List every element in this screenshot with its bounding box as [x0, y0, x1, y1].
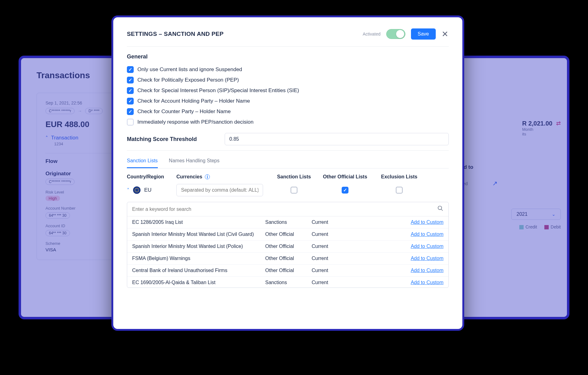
list-row: Spanish Interior Ministry Most Wanted Li…: [127, 241, 448, 253]
th-sanction: Sanction Lists: [272, 174, 316, 180]
list-type: Other Official: [265, 232, 312, 237]
list-type: Other Official: [265, 256, 312, 261]
list-name: Central Bank of Ireland Unauthorised Fir…: [132, 268, 265, 273]
transfer-icon[interactable]: ⇄: [556, 120, 561, 127]
list-status: Current: [312, 256, 358, 261]
th-other: Other Official Lists: [316, 174, 374, 180]
currencies-input[interactable]: [176, 184, 263, 196]
th-currencies: Currencies i: [176, 174, 272, 180]
check-label: Only use Current lists and ignore Suspen…: [137, 66, 242, 73]
activated-toggle[interactable]: [386, 29, 405, 39]
list-name: Spanish Interior Ministry Most Wanted Li…: [132, 244, 265, 249]
list-row: Central Bank of Ireland Unauthorised Fir…: [127, 265, 448, 277]
list-status: Current: [312, 219, 358, 225]
info-icon[interactable]: i: [205, 174, 210, 179]
toggle-knob: [396, 30, 404, 38]
svg-point-0: [438, 206, 442, 210]
threshold-label: Matching Score Threshold: [127, 136, 197, 143]
checkbox[interactable]: [127, 66, 134, 73]
search-icon[interactable]: [437, 205, 443, 213]
account-number-value[interactable]: 64** *** 30: [45, 212, 70, 219]
list-status: Current: [312, 268, 358, 273]
activated-label: Activated: [363, 32, 381, 36]
originator-chip[interactable]: C****** ******r: [45, 108, 75, 114]
tx-expand-label: Transaction: [51, 135, 78, 141]
list-search-input[interactable]: [132, 207, 437, 212]
list-name: Spanish Interior Ministry Most Wanted Li…: [132, 232, 265, 237]
add-to-custom-link[interactable]: Add to Custom: [358, 268, 443, 273]
legend-credit-label: Credit: [525, 224, 537, 229]
add-to-custom-link[interactable]: Add to Custom: [358, 256, 443, 261]
list-type: Other Official: [265, 244, 312, 249]
list-name: EC 1286/2005 Iraq List: [132, 219, 265, 225]
check-row: Check for Account Holding Party – Holder…: [127, 96, 449, 106]
threshold-input[interactable]: [225, 133, 449, 145]
check-label: Check for Special Interest Person (SIP)/…: [137, 87, 299, 94]
eu-flag-icon: [133, 186, 141, 194]
open-external-icon[interactable]: ↗: [492, 180, 498, 187]
exclusion-lists-checkbox[interactable]: [396, 187, 403, 194]
list-type: Sanctions: [265, 219, 312, 225]
threshold-row: Matching Score Threshold: [127, 133, 449, 151]
legend-credit-swatch: [519, 225, 524, 229]
year-value: 2021: [517, 211, 528, 217]
checkbox[interactable]: [127, 87, 134, 94]
table-header: Country/Region Currencies i Sanction Lis…: [127, 174, 449, 180]
save-button[interactable]: Save: [411, 28, 436, 40]
general-heading: General: [127, 53, 449, 60]
other-official-checkbox[interactable]: [342, 187, 348, 194]
list-row: Spanish Interior Ministry Most Wanted Li…: [127, 228, 448, 241]
list-type: Other Official: [265, 268, 312, 273]
check-label: Check for Counter Party – Holder Name: [137, 109, 231, 115]
sanction-lists-checkbox[interactable]: [291, 187, 297, 194]
region-label: EU: [144, 187, 152, 193]
checkbox[interactable]: [127, 119, 134, 126]
stat-sub2: its: [522, 132, 552, 136]
check-label: Immediately response with PEP/sanction d…: [137, 119, 253, 125]
close-icon[interactable]: ✕: [441, 30, 449, 38]
stat-sub1: Month: [522, 127, 552, 132]
add-to-custom-link[interactable]: Add to Custom: [358, 232, 443, 237]
lists-body[interactable]: EC 1286/2005 Iraq ListSanctionsCurrentAd…: [127, 216, 448, 288]
add-to-custom-link[interactable]: Add to Custom: [358, 280, 443, 285]
tab-names-handling[interactable]: Names Handling Steps: [169, 156, 220, 168]
check-row: Check for Counter Party – Holder Name: [127, 106, 449, 117]
region-table: Country/Region Currencies i Sanction Lis…: [127, 174, 449, 288]
list-status: Current: [312, 232, 358, 237]
account-id-value[interactable]: 64** *** 30: [45, 230, 70, 236]
modal-header: SETTINGS – SANCTION AND PEP Activated Sa…: [127, 28, 449, 40]
add-to-custom-link[interactable]: Add to Custom: [358, 219, 443, 225]
th-exclusion: Exclusion Lists: [374, 174, 424, 180]
divider: [127, 46, 449, 47]
checkbox[interactable]: [127, 77, 134, 83]
list-search-bar: [127, 202, 448, 216]
settings-modal: SETTINGS – SANCTION AND PEP Activated Sa…: [111, 15, 464, 331]
originator-value-chip[interactable]: C****** ******r: [45, 179, 75, 185]
list-name: FSMA (Belgium) Warnings: [132, 256, 265, 261]
list-status: Current: [312, 280, 358, 285]
tabs: Sanction Lists Names Handling Steps: [127, 156, 449, 168]
list-name: EC 1690/2005-Al-Qaida & Taliban List: [132, 280, 265, 285]
svg-line-1: [441, 209, 443, 211]
check-row: Only use Current lists and ignore Suspen…: [127, 64, 449, 75]
list-row: EC 1286/2005 Iraq ListSanctionsCurrentAd…: [127, 216, 448, 228]
stat-amount: R 2,021.00: [522, 120, 552, 127]
list-status: Current: [312, 244, 358, 249]
checkbox[interactable]: [127, 98, 134, 104]
general-checklist: Only use Current lists and ignore Suspen…: [127, 64, 449, 127]
lists-panel: EC 1286/2005 Iraq ListSanctionsCurrentAd…: [127, 202, 449, 288]
check-row: Immediately response with PEP/sanction d…: [127, 117, 449, 127]
add-to-custom-link[interactable]: Add to Custom: [358, 244, 443, 249]
year-select[interactable]: 2021 ⌄: [511, 209, 561, 220]
legend-debit-swatch: [544, 225, 549, 229]
list-row: EC 1690/2005-Al-Qaida & Taliban ListSanc…: [127, 277, 448, 288]
checkbox[interactable]: [127, 108, 134, 115]
tab-sanction-lists[interactable]: Sanction Lists: [127, 156, 158, 168]
check-label: Check for Politically Exposed Person (PE…: [137, 77, 239, 83]
beneficiary-chip[interactable]: D* ****: [85, 108, 103, 114]
th-country: Country/Region: [127, 174, 176, 180]
check-label: Check for Account Holding Party – Holder…: [137, 98, 250, 104]
chevron-up-icon[interactable]: ˄: [127, 187, 129, 193]
risk-badge: High: [45, 196, 60, 201]
list-type: Sanctions: [265, 280, 312, 285]
